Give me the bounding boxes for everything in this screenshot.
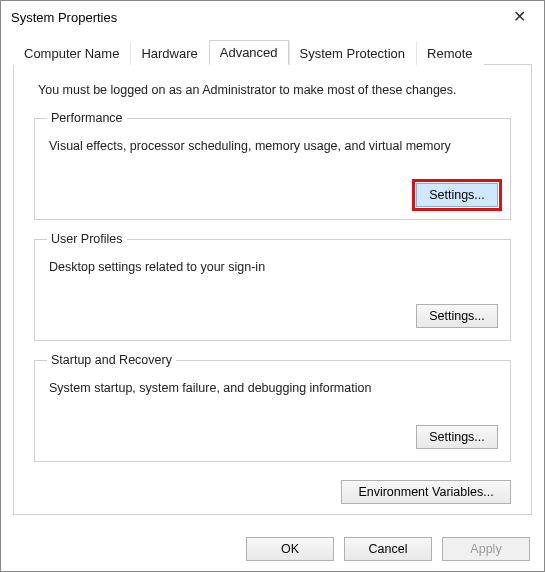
tab-content-advanced: You must be logged on as an Administrato… bbox=[13, 65, 532, 515]
tab-system-protection[interactable]: System Protection bbox=[289, 41, 417, 65]
close-icon[interactable]: ✕ bbox=[505, 7, 534, 27]
tab-computer-name[interactable]: Computer Name bbox=[13, 41, 130, 65]
group-performance: Performance Visual effects, processor sc… bbox=[34, 111, 511, 220]
tab-hardware[interactable]: Hardware bbox=[130, 41, 208, 65]
tab-remote[interactable]: Remote bbox=[416, 41, 484, 65]
startup-recovery-desc: System startup, system failure, and debu… bbox=[49, 381, 498, 395]
performance-settings-button[interactable]: Settings... bbox=[416, 183, 498, 207]
startup-recovery-button-row: Settings... bbox=[47, 425, 498, 449]
env-vars-row: Environment Variables... bbox=[34, 480, 511, 504]
ok-button[interactable]: OK bbox=[246, 537, 334, 561]
admin-notice: You must be logged on as an Administrato… bbox=[38, 83, 507, 97]
user-profiles-settings-button[interactable]: Settings... bbox=[416, 304, 498, 328]
group-user-profiles: User Profiles Desktop settings related t… bbox=[34, 232, 511, 341]
group-startup-recovery-legend: Startup and Recovery bbox=[47, 353, 176, 367]
apply-button[interactable]: Apply bbox=[442, 537, 530, 561]
tab-advanced[interactable]: Advanced bbox=[209, 40, 289, 65]
performance-button-row: Settings... bbox=[47, 183, 498, 207]
user-profiles-button-row: Settings... bbox=[47, 304, 498, 328]
environment-variables-button[interactable]: Environment Variables... bbox=[341, 480, 511, 504]
startup-recovery-settings-button[interactable]: Settings... bbox=[416, 425, 498, 449]
user-profiles-desc: Desktop settings related to your sign-in bbox=[49, 260, 498, 274]
performance-desc: Visual effects, processor scheduling, me… bbox=[49, 139, 498, 153]
group-performance-legend: Performance bbox=[47, 111, 127, 125]
dialog-footer: OK Cancel Apply bbox=[1, 527, 544, 572]
group-startup-recovery: Startup and Recovery System startup, sys… bbox=[34, 353, 511, 462]
system-properties-window: System Properties ✕ Computer Name Hardwa… bbox=[0, 0, 545, 572]
titlebar: System Properties ✕ bbox=[1, 1, 544, 33]
window-title: System Properties bbox=[11, 10, 117, 25]
tab-strip: Computer Name Hardware Advanced System P… bbox=[13, 39, 532, 65]
cancel-button[interactable]: Cancel bbox=[344, 537, 432, 561]
group-user-profiles-legend: User Profiles bbox=[47, 232, 127, 246]
